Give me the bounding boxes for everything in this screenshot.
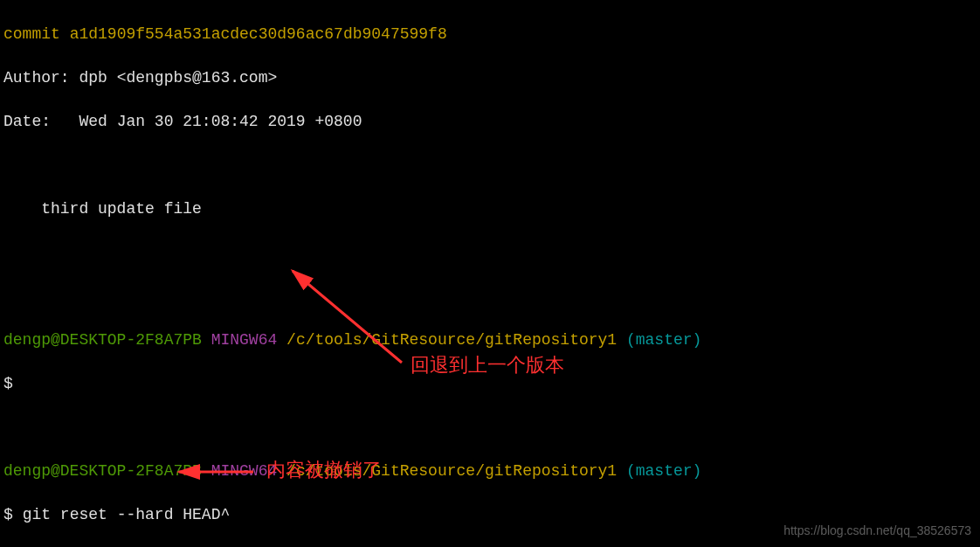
blank-line <box>3 286 977 308</box>
blank-line <box>3 417 977 439</box>
prompt-line: dengp@DESKTOP-2F8A7PB MINGW64 /c/tools/G… <box>3 460 977 482</box>
commit-message: third update file <box>3 198 977 220</box>
prompt-line: dengp@DESKTOP-2F8A7PB MINGW64 /c/tools/G… <box>3 329 977 351</box>
commit-line: commit a1d1909f554a531acdec30d96ac67db90… <box>3 24 977 45</box>
command-line[interactable]: $ <box>3 373 977 395</box>
blank-line <box>3 155 977 177</box>
date-line: Date: Wed Jan 30 21:08:42 2019 +0800 <box>3 111 977 133</box>
blank-line <box>3 242 977 264</box>
author-line: Author: dpb <dengpbs@163.com> <box>3 67 977 89</box>
terminal-output[interactable]: commit a1d1909f554a531acdec30d96ac67db90… <box>0 0 980 547</box>
watermark: https://blog.csdn.net/qq_38526573 <box>783 520 971 542</box>
